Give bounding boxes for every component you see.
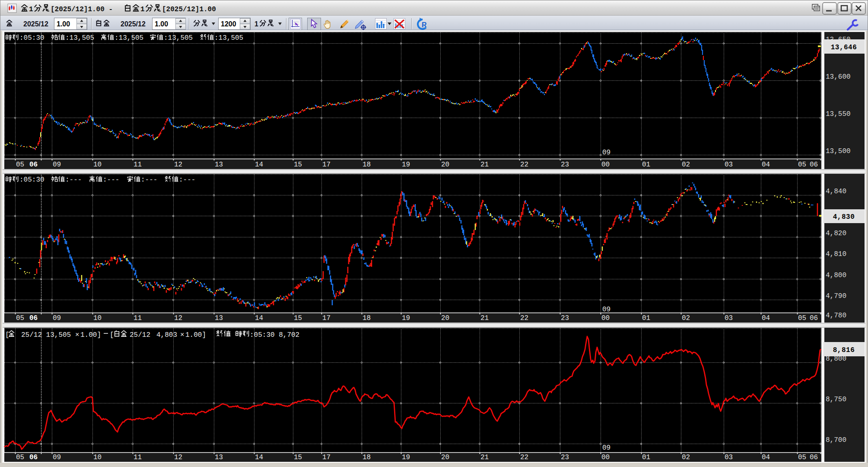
svg-text:05: 05 xyxy=(16,314,24,322)
svg-text:1: 1 xyxy=(29,6,33,13)
svg-text:01: 01 xyxy=(642,314,650,322)
svg-text:8,816: 8,816 xyxy=(833,346,855,354)
svg-text:[2025/12]1.00 -: [2025/12]1.00 - xyxy=(51,6,113,13)
svg-text:4,820: 4,820 xyxy=(826,230,846,237)
svg-text:11: 11 xyxy=(134,454,142,461)
svg-text:15: 15 xyxy=(294,454,302,461)
svg-text:R: R xyxy=(422,21,427,29)
svg-text:06: 06 xyxy=(810,161,818,169)
svg-text:09: 09 xyxy=(53,314,61,322)
svg-text:[: [ xyxy=(110,331,114,339)
svg-text:05: 05 xyxy=(798,454,806,461)
svg-text:06: 06 xyxy=(810,454,818,461)
svg-text:00: 00 xyxy=(601,454,610,461)
svg-text:14: 14 xyxy=(255,161,263,169)
svg-text:06: 06 xyxy=(29,314,38,322)
svg-text:25/12: 25/12 xyxy=(130,331,150,339)
svg-text:13,550: 13,550 xyxy=(826,110,851,118)
svg-text:05: 05 xyxy=(798,314,806,322)
svg-text:×: × xyxy=(75,331,79,339)
svg-text:19: 19 xyxy=(402,161,410,169)
svg-text:01: 01 xyxy=(642,161,650,169)
svg-text:1: 1 xyxy=(140,6,145,13)
svg-text:[2025/12]1.00: [2025/12]1.00 xyxy=(162,6,216,13)
svg-text::13,505: :13,505 xyxy=(65,34,94,42)
svg-text:12: 12 xyxy=(174,454,182,461)
svg-text:20: 20 xyxy=(441,161,449,169)
svg-text::---: :--- xyxy=(179,176,195,184)
svg-text:22: 22 xyxy=(520,454,528,461)
svg-text:03: 03 xyxy=(725,161,733,169)
svg-text:23: 23 xyxy=(561,161,569,169)
svg-text:13,646: 13,646 xyxy=(831,44,857,51)
svg-text:4,810: 4,810 xyxy=(826,250,846,258)
svg-text:05: 05 xyxy=(798,161,806,169)
svg-text:05: 05 xyxy=(16,454,24,461)
svg-text:02: 02 xyxy=(682,314,690,322)
svg-text:12: 12 xyxy=(174,161,182,169)
svg-text:09: 09 xyxy=(602,149,610,157)
svg-text::13,505: :13,505 xyxy=(214,34,243,42)
svg-text:1.00]: 1.00] xyxy=(185,331,206,339)
svg-text:23: 23 xyxy=(561,314,569,322)
svg-text:19: 19 xyxy=(402,454,410,461)
svg-text:13,500: 13,500 xyxy=(826,147,851,155)
svg-text:03: 03 xyxy=(725,454,733,461)
svg-text:1.00: 1.00 xyxy=(155,20,168,28)
svg-text:1: 1 xyxy=(254,20,258,28)
svg-text:4,840: 4,840 xyxy=(826,188,846,195)
svg-text:4,800: 4,800 xyxy=(826,272,846,279)
svg-text:02: 02 xyxy=(682,161,690,169)
svg-text:19: 19 xyxy=(402,314,410,322)
svg-text:03: 03 xyxy=(725,314,733,322)
svg-text:14: 14 xyxy=(255,314,263,322)
svg-text:4,780: 4,780 xyxy=(826,312,846,320)
svg-text:00: 00 xyxy=(601,314,610,322)
svg-text:14: 14 xyxy=(255,454,263,461)
svg-text:10: 10 xyxy=(93,161,102,169)
svg-text:09: 09 xyxy=(53,454,61,461)
svg-text:04: 04 xyxy=(762,314,770,322)
svg-text:06: 06 xyxy=(810,314,818,322)
svg-text:22: 22 xyxy=(520,161,528,169)
svg-text:21: 21 xyxy=(480,161,489,169)
svg-text:09: 09 xyxy=(602,306,610,313)
svg-text:10: 10 xyxy=(93,314,102,322)
svg-text:13: 13 xyxy=(215,314,223,322)
svg-text::---: :--- xyxy=(103,176,119,184)
svg-text:25/12 13,505: 25/12 13,505 xyxy=(21,331,71,339)
svg-text:20: 20 xyxy=(441,454,449,461)
svg-text:05: 05 xyxy=(16,161,24,169)
svg-text:[: [ xyxy=(5,331,10,339)
svg-text:06: 06 xyxy=(29,454,38,461)
svg-text:10: 10 xyxy=(93,454,102,461)
svg-text:4,803: 4,803 xyxy=(156,331,177,339)
svg-text::13,505: :13,505 xyxy=(114,34,143,42)
svg-text::13,505: :13,505 xyxy=(164,34,193,42)
svg-text:1.00]: 1.00] xyxy=(80,331,101,339)
svg-text:1200: 1200 xyxy=(221,20,236,28)
svg-text:12: 12 xyxy=(174,314,182,322)
svg-text:13: 13 xyxy=(215,454,223,461)
svg-text:06: 06 xyxy=(29,161,38,169)
svg-text:4,790: 4,790 xyxy=(826,292,846,300)
svg-text:22: 22 xyxy=(520,314,528,322)
svg-text:09: 09 xyxy=(602,444,610,452)
svg-text:4,830: 4,830 xyxy=(833,213,855,221)
svg-text:×: × xyxy=(180,331,184,339)
svg-text:01: 01 xyxy=(642,454,650,461)
svg-text:15: 15 xyxy=(294,314,302,322)
svg-text:17: 17 xyxy=(322,314,331,322)
svg-text:02: 02 xyxy=(682,454,690,461)
svg-text:1.00: 1.00 xyxy=(57,20,70,28)
svg-text:13: 13 xyxy=(215,161,223,169)
svg-text:17: 17 xyxy=(322,454,331,461)
svg-text:2025/12: 2025/12 xyxy=(121,20,146,28)
svg-text:18: 18 xyxy=(362,161,371,169)
svg-text::---: :--- xyxy=(65,176,82,184)
svg-text:23: 23 xyxy=(561,454,569,461)
svg-text:04: 04 xyxy=(762,161,770,169)
svg-text:21: 21 xyxy=(480,314,489,322)
svg-text::---: :--- xyxy=(141,176,157,184)
svg-text:11: 11 xyxy=(134,161,142,169)
